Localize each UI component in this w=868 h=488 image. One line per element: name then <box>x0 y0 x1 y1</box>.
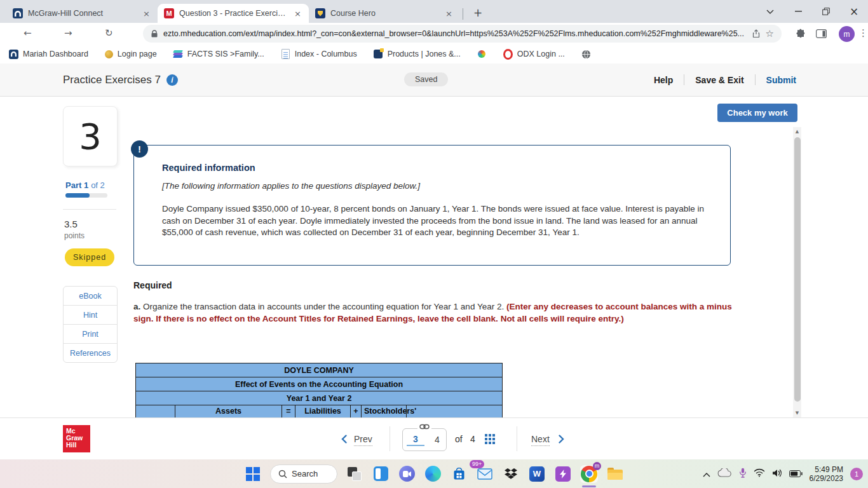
new-tab-button[interactable]: + <box>470 6 486 19</box>
chevron-right-icon[interactable] <box>559 435 564 446</box>
document-icon <box>281 50 290 59</box>
points-value: 3.5 <box>64 219 78 229</box>
bookmark-mariah-dashboard[interactable]: Mariah Dashboard <box>9 50 88 59</box>
submit-button[interactable]: Submit <box>766 75 796 85</box>
tab-question-3[interactable]: M Question 3 - Practice Exercises 7 - × <box>158 4 309 23</box>
scrollbar-thumb[interactable] <box>794 137 801 402</box>
volume-icon[interactable] <box>772 468 782 480</box>
extensions-puzzle-icon[interactable] <box>796 29 806 41</box>
microsoft-store-icon[interactable] <box>450 465 468 483</box>
bookmark-odx-login[interactable]: ODX Login ... <box>503 50 565 59</box>
bookmark-index-columbus[interactable]: Index - Columbus <box>281 50 357 59</box>
close-tab-icon[interactable]: × <box>293 9 302 18</box>
prev-button[interactable]: Prev <box>354 434 372 446</box>
tray-chevron-icon[interactable] <box>703 468 710 480</box>
restore-icon[interactable] <box>812 0 840 23</box>
browser-menu-icon[interactable]: ⋮ <box>858 27 868 39</box>
file-explorer-icon[interactable] <box>606 465 624 483</box>
save-exit-button[interactable]: Save & Exit <box>695 75 743 85</box>
dropbox-icon[interactable] <box>502 465 520 483</box>
bookmark-products-jones[interactable]: Products | Jones &... <box>374 50 461 59</box>
forward-icon[interactable]: → <box>64 27 72 39</box>
chrome-icon[interactable]: m <box>580 465 598 483</box>
window-controls: × <box>756 0 868 23</box>
bookmark-label: FACTS SIS >Family... <box>187 50 264 58</box>
minimize-icon[interactable] <box>784 0 812 23</box>
scrollbar-track[interactable]: ▲ ▼ <box>793 127 801 417</box>
chat-button[interactable] <box>398 465 416 483</box>
scroll-up-icon[interactable]: ▲ <box>793 129 801 134</box>
profile-avatar[interactable]: m <box>839 26 855 42</box>
microphone-icon[interactable] <box>739 468 747 480</box>
bookmark-login-page[interactable]: Login page <box>105 50 157 58</box>
tab-separator <box>463 8 463 20</box>
references-link[interactable]: References <box>64 343 117 362</box>
bookmark-globe[interactable] <box>581 50 591 59</box>
task-view-button[interactable] <box>346 465 363 483</box>
tab-mcgraw-connect[interactable]: McGraw-Hill Connect × <box>6 4 158 23</box>
page-number-box[interactable]: 3 4 <box>402 428 447 451</box>
bookmark-star-icon[interactable]: ☆ <box>766 29 774 39</box>
tab-title: Question 3 - Practice Exercises 7 - <box>179 9 288 18</box>
bookmark-label: Index - Columbus <box>295 50 357 58</box>
share-icon[interactable] <box>752 29 761 38</box>
address-bar[interactable]: ezto.mheducation.com/ext/map/index.html?… <box>143 25 782 43</box>
table-cell-blank <box>407 405 503 418</box>
notification-count-badge[interactable]: 1 <box>850 468 863 480</box>
taskbar-search[interactable]: Search <box>270 464 337 484</box>
required-information-title: Required information <box>162 163 255 173</box>
tab-title: McGraw-Hill Connect <box>28 9 137 18</box>
reload-icon[interactable]: ↻ <box>105 27 113 39</box>
next-button[interactable]: Next <box>531 434 550 446</box>
back-icon[interactable]: ← <box>24 27 32 39</box>
bookmarks-bar: Mariah Dashboard Login page FACTS SIS >F… <box>0 44 868 64</box>
side-panel-icon[interactable] <box>816 29 827 41</box>
resource-links: eBook Hint Print References <box>63 286 118 363</box>
part-indicator: Part 1of 2 <box>65 180 105 190</box>
question-map-grid-icon[interactable] <box>485 434 495 444</box>
taskbar-clock[interactable]: 5:49 PM 6/29/2023 <box>810 465 843 483</box>
alert-icon: ! <box>131 140 148 158</box>
close-tab-icon[interactable]: × <box>444 9 454 18</box>
close-window-icon[interactable]: × <box>840 0 868 23</box>
linked-page[interactable]: 4 <box>428 435 446 445</box>
help-button[interactable]: Help <box>654 75 673 85</box>
info-icon[interactable]: i <box>166 74 178 86</box>
power-automate-icon[interactable] <box>554 465 572 483</box>
screen: McGraw-Hill Connect × M Question 3 - Pra… <box>0 0 868 488</box>
widgets-button[interactable] <box>372 465 390 483</box>
tab-course-hero[interactable]: Course Hero × <box>309 4 460 23</box>
divider <box>684 74 684 85</box>
total-pages: 4 <box>470 434 475 444</box>
battery-icon[interactable] <box>789 468 803 480</box>
chevron-left-icon[interactable] <box>341 435 347 446</box>
check-my-work-button[interactable]: Check my work <box>717 104 797 122</box>
word-icon[interactable]: W <box>528 465 546 483</box>
lock-icon <box>151 30 158 38</box>
points-label: points <box>64 231 85 240</box>
tab-search-chevron-icon[interactable] <box>756 0 784 23</box>
divider <box>63 209 116 210</box>
login-page-icon <box>105 50 113 58</box>
part-progress-bar <box>65 193 107 198</box>
hint-link[interactable]: Hint <box>64 305 117 324</box>
close-tab-icon[interactable]: × <box>142 9 151 18</box>
item-text: Organize the transaction data in account… <box>140 302 506 311</box>
system-tray: 5:49 PM 6/29/2023 1 <box>703 459 863 488</box>
mail-icon[interactable]: 99+ <box>476 465 494 483</box>
current-page[interactable]: 3 <box>407 434 424 446</box>
bookmark-label: Products | Jones &... <box>388 50 461 58</box>
bookmark-facts-sis[interactable]: FACTS SIS >Family... <box>173 50 264 59</box>
mheducation-favicon: M <box>164 8 174 18</box>
start-button[interactable] <box>244 465 262 483</box>
bookmark-sphere[interactable] <box>477 50 487 59</box>
saved-status-badge: Saved <box>404 72 448 86</box>
wifi-icon[interactable] <box>754 468 765 480</box>
edge-icon[interactable] <box>424 465 442 483</box>
print-link[interactable]: Print <box>64 324 117 343</box>
bookmark-label: ODX Login ... <box>517 50 565 58</box>
scroll-down-icon[interactable]: ▼ <box>793 410 801 416</box>
ebook-link[interactable]: eBook <box>64 287 117 305</box>
col-liabilities: Liabilities <box>295 405 351 418</box>
onedrive-cloud-icon[interactable] <box>717 468 732 480</box>
